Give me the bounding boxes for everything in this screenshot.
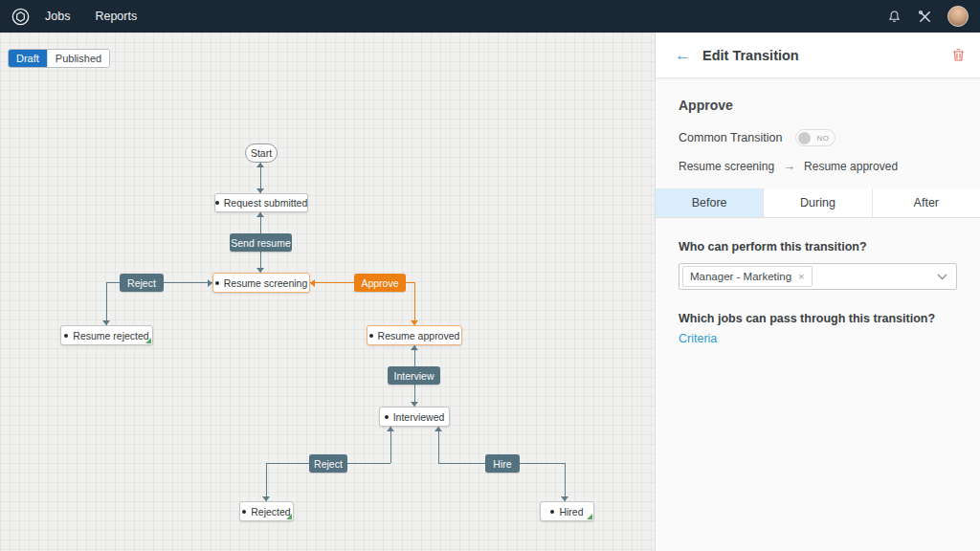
connector xyxy=(438,427,439,463)
node-interviewed[interactable]: Interviewed xyxy=(379,407,450,427)
transition-phase-tabs: Before During After xyxy=(656,188,980,218)
nav-item-reports[interactable]: Reports xyxy=(95,10,137,23)
transition-reject-screening[interactable]: Reject xyxy=(120,274,164,292)
node-start[interactable]: Start xyxy=(245,143,278,163)
toggle-knob xyxy=(798,132,811,144)
transition-from-to: Resume screening → Resume approved xyxy=(679,159,957,173)
remove-tag-icon[interactable]: × xyxy=(798,271,804,282)
delete-transition-trash-icon[interactable] xyxy=(952,48,965,62)
from-state-label: Resume screening xyxy=(679,160,774,173)
transition-send-resume[interactable]: Send resume xyxy=(230,233,292,252)
state-bullet-icon xyxy=(385,415,389,419)
node-hired[interactable]: Hired xyxy=(540,501,594,521)
workflow-canvas[interactable]: Draft Published xyxy=(0,33,655,551)
state-bullet-icon xyxy=(369,334,373,338)
arrowhead-icon xyxy=(256,163,264,167)
chevron-down-icon xyxy=(937,274,947,280)
state-bullet-icon xyxy=(550,510,554,514)
state-label: Resume approved xyxy=(378,330,460,342)
node-resume-approved[interactable]: Resume approved xyxy=(367,325,462,345)
node-rejected[interactable]: Rejected xyxy=(239,501,294,521)
panel-header: ← Edit Transition xyxy=(656,33,980,78)
corner-flag-icon xyxy=(587,514,592,519)
transition-hire[interactable]: Hire xyxy=(485,454,520,473)
state-label: Resume rejected xyxy=(73,330,148,342)
arrowhead-icon xyxy=(434,427,442,431)
transition-approve[interactable]: Approve xyxy=(354,274,406,292)
state-label: Resume screening xyxy=(224,277,308,289)
state-bullet-icon xyxy=(215,281,219,285)
before-tab-content: Who can perform this transition? Manager… xyxy=(656,240,980,345)
connector xyxy=(266,463,267,501)
state-label: Hired xyxy=(559,506,583,518)
corner-flag-icon xyxy=(286,514,292,519)
arrowhead-icon xyxy=(310,279,315,287)
published-tab[interactable]: Published xyxy=(47,50,109,67)
state-label: Rejected xyxy=(251,506,290,518)
edit-transition-panel: ← Edit Transition Approve Common Transit… xyxy=(655,33,980,551)
arrow-right-icon: → xyxy=(783,159,795,173)
state-bullet-icon xyxy=(64,334,68,338)
state-bullet-icon xyxy=(242,510,246,514)
tab-during[interactable]: During xyxy=(763,188,871,217)
state-label: Interviewed xyxy=(393,411,445,423)
workflow-editor-app: Jobs Reports Draft Published xyxy=(0,0,980,551)
node-request-submitted[interactable]: Request submitted xyxy=(214,193,308,212)
common-transition-toggle[interactable]: NO xyxy=(795,129,835,146)
brand-logo-icon[interactable] xyxy=(11,8,30,26)
back-arrow-icon[interactable]: ← xyxy=(675,47,691,63)
state-bullet-icon xyxy=(215,201,219,205)
selected-role-tag: Manager - Marketing × xyxy=(682,266,813,287)
to-state-label: Resume approved xyxy=(804,160,898,173)
tab-after[interactable]: After xyxy=(872,188,980,217)
draft-published-toggle: Draft Published xyxy=(8,49,110,68)
corner-flag-icon xyxy=(145,338,151,343)
who-question: Who can perform this transition? xyxy=(679,240,957,253)
state-label: Request submitted xyxy=(224,197,308,209)
transition-reject-interview[interactable]: Reject xyxy=(309,454,347,473)
node-resume-rejected[interactable]: Resume rejected xyxy=(60,325,153,345)
panel-title: Edit Transition xyxy=(702,48,799,63)
transition-summary-section: Approve Common Transition NO Resume scre… xyxy=(656,98,980,173)
connector xyxy=(106,282,107,325)
criteria-link[interactable]: Criteria xyxy=(679,332,717,345)
arrowhead-icon xyxy=(411,345,418,350)
navbar-right xyxy=(886,6,969,27)
jobs-question: Which jobs can pass through this transit… xyxy=(679,312,957,325)
connector xyxy=(390,427,391,463)
role-multiselect[interactable]: Manager - Marketing × xyxy=(679,263,957,290)
top-navbar: Jobs Reports xyxy=(0,0,980,33)
notifications-bell-icon[interactable] xyxy=(886,9,902,24)
tab-before[interactable]: Before xyxy=(656,188,763,217)
user-avatar[interactable] xyxy=(947,6,969,27)
settings-tools-icon[interactable] xyxy=(917,9,932,24)
connector xyxy=(565,463,566,501)
arrowhead-icon xyxy=(387,427,394,431)
nav-item-jobs[interactable]: Jobs xyxy=(45,10,70,23)
node-resume-screening[interactable]: Resume screening xyxy=(212,273,310,293)
arrowhead-icon xyxy=(256,212,264,217)
connector-selected xyxy=(414,282,415,325)
transition-interview[interactable]: Interview xyxy=(388,366,440,385)
toggle-value: NO xyxy=(816,134,829,143)
role-tag-label: Manager - Marketing xyxy=(690,271,791,282)
transition-name: Approve xyxy=(679,98,957,113)
common-transition-label: Common Transition xyxy=(679,131,782,144)
draft-tab[interactable]: Draft xyxy=(9,50,47,67)
